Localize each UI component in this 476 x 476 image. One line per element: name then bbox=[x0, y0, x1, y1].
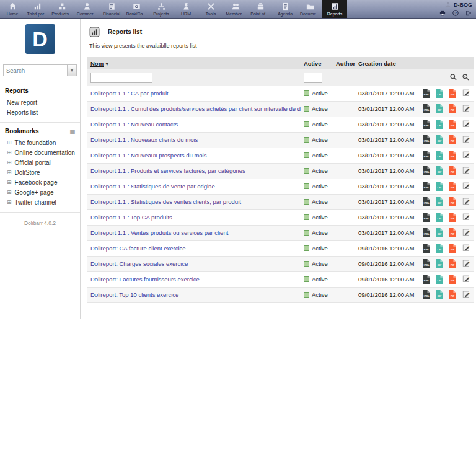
edit-icon[interactable] bbox=[462, 182, 470, 190]
pdf-file-icon[interactable]: PDF bbox=[449, 228, 456, 237]
topbar-item-hrm[interactable]: HRM bbox=[174, 0, 198, 18]
html-file-icon[interactable]: HTML bbox=[423, 151, 430, 160]
csv-file-icon[interactable]: CSV bbox=[436, 290, 443, 299]
edit-icon[interactable] bbox=[462, 244, 470, 252]
csv-file-icon[interactable]: CSV bbox=[436, 166, 443, 175]
edit-icon[interactable] bbox=[462, 104, 470, 112]
csv-file-icon[interactable]: CSV bbox=[436, 197, 443, 206]
topbar-item-members[interactable]: Member... bbox=[223, 0, 248, 18]
csv-file-icon[interactable]: CSV bbox=[436, 244, 443, 253]
pdf-file-icon[interactable]: PDF bbox=[449, 104, 456, 113]
topbar-item-bank[interactable]: Bank/Ca... bbox=[124, 0, 149, 18]
report-link[interactable]: Dolireport 1.1 : Ventes produits ou serv… bbox=[90, 229, 228, 236]
bookmark-item-the-foundation[interactable]: ⊞The foundation bbox=[5, 138, 75, 148]
bookmark-item-google-plus-page[interactable]: ⊞Google+ page bbox=[5, 187, 75, 197]
report-link[interactable]: Dolireport: Factures fournisseurs exerci… bbox=[90, 276, 200, 283]
search-filter-icon[interactable] bbox=[449, 73, 457, 81]
pdf-file-icon[interactable]: PDF bbox=[449, 213, 456, 222]
topbar-item-pos[interactable]: Point of ... bbox=[248, 0, 273, 18]
topbar-item-tools[interactable]: Tools bbox=[198, 0, 223, 18]
report-link[interactable]: Dolireport 1.1 : CA par produit bbox=[90, 90, 169, 97]
html-file-icon[interactable]: HTML bbox=[423, 135, 430, 144]
html-file-icon[interactable]: HTML bbox=[423, 290, 430, 299]
sidebar-item-new-report[interactable]: New report bbox=[5, 97, 75, 107]
edit-icon[interactable] bbox=[462, 166, 470, 174]
html-file-icon[interactable]: HTML bbox=[423, 166, 430, 175]
report-link[interactable]: Dolireport: Top 10 clients exercice bbox=[90, 291, 178, 298]
edit-icon[interactable] bbox=[462, 275, 470, 283]
bookmark-item-dolistore[interactable]: ⊞DoliStore bbox=[5, 167, 75, 177]
bookmark-item-online-documentation[interactable]: ⊞Online documentation bbox=[5, 148, 75, 157]
html-file-icon[interactable]: HTML bbox=[423, 275, 430, 284]
html-file-icon[interactable]: HTML bbox=[423, 228, 430, 237]
pdf-file-icon[interactable]: PDF bbox=[449, 151, 456, 160]
edit-icon[interactable] bbox=[462, 259, 470, 267]
pdf-file-icon[interactable]: PDF bbox=[449, 182, 456, 191]
sidebar-item-reports-list[interactable]: Reports list bbox=[5, 107, 75, 117]
report-link[interactable]: Dolireport 1.1 : Statistiques de vente p… bbox=[90, 183, 215, 190]
csv-file-icon[interactable]: CSV bbox=[436, 228, 443, 237]
csv-file-icon[interactable]: CSV bbox=[436, 135, 443, 144]
html-file-icon[interactable]: HTML bbox=[423, 89, 430, 98]
html-file-icon[interactable]: HTML bbox=[423, 244, 430, 253]
pdf-file-icon[interactable]: PDF bbox=[449, 166, 456, 175]
topbar-item-home[interactable]: Home bbox=[0, 0, 25, 18]
pdf-file-icon[interactable]: PDF bbox=[449, 197, 456, 206]
column-header-nom[interactable]: Nom bbox=[90, 60, 104, 67]
bookmark-item-facebook-page[interactable]: ⊞Facebook page bbox=[5, 177, 75, 187]
csv-file-icon[interactable]: CSV bbox=[436, 151, 443, 160]
pdf-file-icon[interactable]: PDF bbox=[449, 259, 456, 268]
report-link[interactable]: Dolireport: Charges sociales exercice bbox=[90, 260, 188, 267]
bookmark-item-twitter-channel[interactable]: ⊞Twitter channel bbox=[5, 197, 75, 207]
pdf-file-icon[interactable]: PDF bbox=[449, 135, 456, 144]
column-header-author[interactable]: Author bbox=[333, 57, 355, 69]
report-link[interactable]: Dolireport 1.1 : Nouveaux prospects du m… bbox=[90, 152, 206, 159]
topbar-item-reports[interactable]: Reports bbox=[322, 0, 347, 18]
column-header-creation-date[interactable]: Creation date bbox=[355, 57, 420, 69]
topbar-item-documents[interactable]: Docume... bbox=[298, 0, 322, 18]
edit-icon[interactable] bbox=[462, 120, 470, 128]
user-menu[interactable]: D-BOG bbox=[439, 1, 472, 9]
topbar-item-commercial[interactable]: Commer... bbox=[74, 0, 99, 18]
topbar-item-projects[interactable]: Projects bbox=[149, 0, 174, 18]
report-link[interactable]: Dolireport 1.1 : Statistiques des ventes… bbox=[90, 198, 241, 205]
search-dropdown-button[interactable]: ▼ bbox=[68, 64, 77, 76]
report-link[interactable]: Dolireport 1.1 : Nouveau contacts bbox=[90, 121, 178, 128]
pdf-file-icon[interactable]: PDF bbox=[449, 89, 456, 98]
pdf-file-icon[interactable]: PDF bbox=[449, 244, 456, 253]
csv-file-icon[interactable]: CSV bbox=[436, 259, 443, 268]
csv-file-icon[interactable]: CSV bbox=[436, 182, 443, 191]
pdf-file-icon[interactable]: PDF bbox=[449, 275, 456, 284]
report-link[interactable]: Dolireport: CA facture client exercice bbox=[90, 245, 186, 252]
print-icon[interactable] bbox=[439, 9, 446, 17]
bookmarks-edit-icon[interactable]: ▤ bbox=[69, 128, 75, 134]
csv-file-icon[interactable]: CSV bbox=[436, 104, 443, 113]
edit-icon[interactable] bbox=[462, 197, 470, 205]
logout-icon[interactable] bbox=[465, 9, 472, 17]
pdf-file-icon[interactable]: PDF bbox=[449, 290, 456, 299]
csv-file-icon[interactable]: CSV bbox=[436, 120, 443, 129]
bookmark-item-official-portal[interactable]: ⊞Official portal bbox=[5, 157, 75, 167]
filter-active-input[interactable] bbox=[304, 73, 322, 83]
html-file-icon[interactable]: HTML bbox=[423, 120, 430, 129]
edit-icon[interactable] bbox=[462, 290, 470, 298]
column-header-active[interactable]: Active bbox=[301, 57, 333, 69]
csv-file-icon[interactable]: CSV bbox=[436, 213, 443, 222]
edit-icon[interactable] bbox=[462, 228, 470, 236]
edit-icon[interactable] bbox=[462, 135, 470, 143]
html-file-icon[interactable]: HTML bbox=[423, 182, 430, 191]
report-link[interactable]: Dolireport 1.1 : Top CA produits bbox=[90, 214, 172, 221]
remove-filter-icon[interactable] bbox=[462, 73, 470, 81]
topbar-item-third-parties[interactable]: Third par... bbox=[25, 0, 50, 18]
search-input[interactable] bbox=[3, 64, 68, 76]
dolibarr-logo[interactable]: D bbox=[25, 24, 55, 54]
csv-file-icon[interactable]: CSV bbox=[436, 89, 443, 98]
help-icon[interactable]: ? bbox=[452, 9, 459, 17]
pdf-file-icon[interactable]: PDF bbox=[449, 120, 456, 129]
filter-nom-input[interactable] bbox=[90, 73, 152, 83]
report-link[interactable]: Dolireport 1.1 : Nouveaux clients du moi… bbox=[90, 136, 198, 143]
html-file-icon[interactable]: HTML bbox=[423, 104, 430, 113]
report-link[interactable]: Dolireport 1.1 : Cumul des produits/serv… bbox=[90, 105, 301, 112]
html-file-icon[interactable]: HTML bbox=[423, 259, 430, 268]
edit-icon[interactable] bbox=[462, 213, 470, 221]
